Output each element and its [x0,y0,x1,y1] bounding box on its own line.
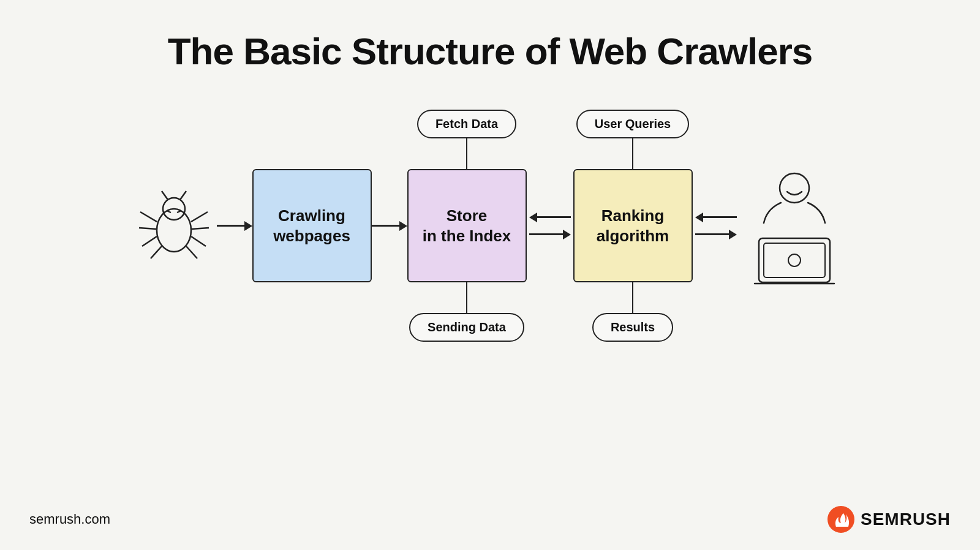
svg-line-13 [177,211,181,213]
double-arrows [529,209,571,243]
arrow-ranking-to-store [529,213,571,222]
fetch-data-pill: Fetch Data [417,110,516,138]
svg-line-12 [167,211,171,213]
store-section: Fetch Data Store in the Index Sending Da… [407,110,527,342]
svg-rect-16 [764,243,825,277]
svg-line-9 [186,246,197,258]
svg-point-14 [780,173,809,203]
arrow-store-to-ranking [529,230,571,239]
spider-icon [137,186,211,266]
person-computer-icon [745,165,843,287]
semrush-icon [827,506,854,533]
arrow-user-to-ranking [695,213,737,222]
arrow-crawling-store [372,221,407,231]
vert-line-top-store [466,138,468,169]
svg-point-17 [788,254,801,266]
svg-point-0 [157,209,191,252]
page: The Basic Structure of Web Crawlers [0,0,980,550]
arrow-spider-crawling [217,221,252,231]
box-store: Store in the Index [407,169,527,282]
footer: semrush.com SEMRUSH [0,506,980,533]
results-pill: Results [592,313,673,342]
ranking-section: User Queries Ranking algorithm Results [573,110,693,342]
svg-line-11 [180,191,186,200]
vert-line-bottom-store [466,282,468,313]
user-queries-pill: User Queries [576,110,690,138]
svg-line-5 [151,246,162,258]
semrush-logo: SEMRUSH [827,506,951,533]
svg-line-10 [162,191,168,200]
diagram-area: Crawling webpages Fetch Data Store in th… [0,110,980,342]
svg-rect-15 [759,238,830,282]
box-crawling: Crawling webpages [252,169,372,282]
vert-line-top-ranking [632,138,634,169]
svg-line-2 [140,212,157,222]
svg-line-7 [191,228,209,229]
arrow-ranking-to-user [695,230,737,239]
double-arrows-right [695,209,737,243]
svg-line-4 [142,236,157,246]
semrush-brand-text: SEMRUSH [861,510,951,529]
svg-line-6 [191,212,208,222]
svg-line-8 [191,236,206,246]
page-title: The Basic Structure of Web Crawlers [168,29,813,73]
vert-line-bottom-ranking [632,282,634,313]
svg-line-3 [139,228,157,229]
footer-url: semrush.com [29,511,110,527]
sending-data-pill: Sending Data [409,313,524,342]
box-ranking: Ranking algorithm [573,169,693,282]
